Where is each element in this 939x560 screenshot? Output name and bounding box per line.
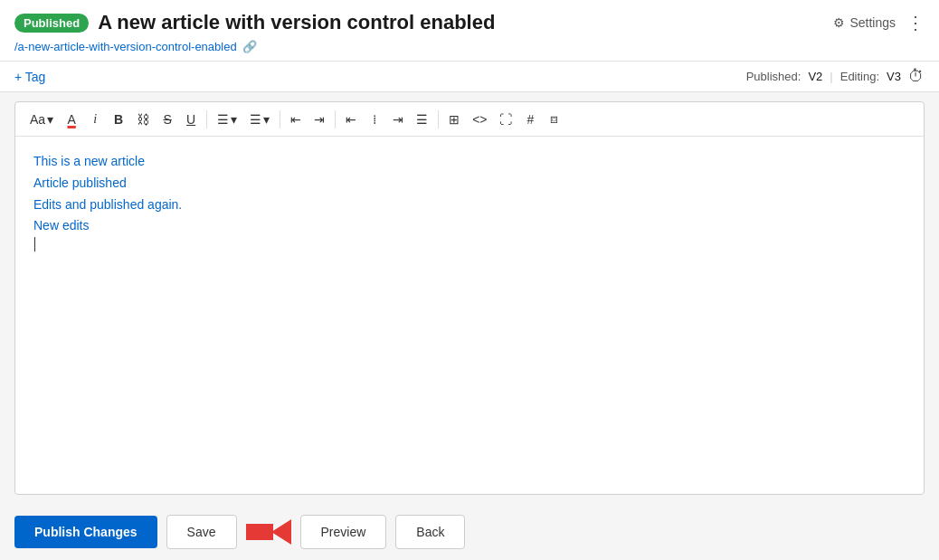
published-version: V2 — [808, 70, 822, 83]
header-left: Published A new article with version con… — [14, 11, 495, 34]
align-right-button[interactable]: ⇥ — [387, 109, 409, 130]
editor-line: New edits — [33, 215, 906, 237]
editing-label: Editing: — [840, 70, 879, 83]
italic-button[interactable]: i — [84, 109, 106, 130]
page-header: Published A new article with version con… — [0, 0, 939, 62]
back-button[interactable]: Back — [395, 515, 465, 549]
settings-button[interactable]: ⚙ Settings — [833, 15, 896, 30]
text-color-button[interactable]: A — [61, 109, 82, 130]
align-center-button[interactable]: ⁞ — [364, 109, 385, 130]
underline-button[interactable]: U — [180, 109, 202, 130]
version-divider: | — [830, 70, 832, 83]
ordered-list-button[interactable]: ☰▾ — [244, 109, 275, 130]
gear-icon: ⚙ — [833, 15, 845, 30]
link-button[interactable]: ⛓ — [131, 109, 155, 130]
settings-label: Settings — [849, 15, 896, 30]
published-version-label: Published: — [746, 70, 801, 83]
bullet-list-button[interactable]: ☰▾ — [212, 109, 242, 130]
arrow-head — [271, 519, 291, 545]
indent-right-button[interactable]: ⇥ — [308, 109, 330, 130]
italic-icon: i — [93, 112, 97, 127]
arrow-rect — [246, 524, 273, 540]
table-button[interactable]: ⊞ — [443, 109, 465, 130]
justify-button[interactable]: ☰ — [411, 109, 433, 130]
toolbar-separator-4 — [438, 110, 439, 128]
editing-version: V3 — [887, 70, 901, 83]
header-right: ⚙ Settings ⋮ — [833, 14, 925, 32]
underline-icon: U — [186, 112, 195, 127]
toolbar-separator-2 — [280, 110, 280, 128]
toolbar-separator-1 — [206, 110, 207, 128]
table-icon: ⊞ — [449, 112, 460, 127]
editor-toolbar: Aa▾ A i B ⛓ S U ☰▾ ☰▾ ⇤ ⇥ ⇤ ⁞ ⇥ ☰ ⊞ <> ⛶… — [15, 102, 924, 137]
article-title: A new article with version control enabl… — [98, 11, 495, 34]
strikethrough-icon: S — [163, 112, 171, 127]
font-size-button[interactable]: Aa▾ — [24, 109, 59, 130]
bold-button[interactable]: B — [108, 109, 129, 130]
cursor-line — [33, 237, 906, 259]
save-button[interactable]: Save — [166, 515, 237, 549]
align-center-icon: ⁞ — [373, 112, 376, 127]
code-icon: <> — [472, 112, 487, 127]
strikethrough-button[interactable]: S — [156, 109, 178, 130]
kebab-menu-button[interactable]: ⋮ — [906, 14, 925, 32]
align-left-button[interactable]: ⇤ — [340, 109, 362, 130]
publish-changes-button[interactable]: Publish Changes — [14, 516, 157, 548]
version-info: Published: V2 | Editing: V3 ⏱ — [746, 67, 925, 86]
code-button[interactable]: <> — [467, 109, 492, 130]
version-history-button[interactable]: ⏱ — [908, 67, 925, 86]
editor-area: Aa▾ A i B ⛓ S U ☰▾ ☰▾ ⇤ ⇥ ⇤ ⁞ ⇥ ☰ ⊞ <> ⛶… — [0, 92, 939, 504]
link-icon: ⛓ — [137, 112, 149, 127]
breadcrumb-row: /a-new-article-with-version-control-enab… — [14, 40, 925, 53]
text-color-icon: A — [67, 112, 75, 127]
preview-button[interactable]: Preview — [300, 515, 387, 549]
font-size-icon: Aa — [30, 112, 45, 127]
fullscreen-icon: ⧈ — [550, 111, 558, 127]
align-left-icon: ⇤ — [346, 112, 356, 127]
header-top-row: Published A new article with version con… — [14, 11, 925, 34]
ordered-list-icon: ☰ — [250, 112, 261, 127]
external-link-icon: 🔗 — [242, 40, 257, 53]
add-tag-button[interactable]: + Tag — [14, 70, 45, 84]
hashtag-button[interactable]: # — [519, 109, 541, 130]
editor-line: This is a new article — [33, 151, 906, 173]
editor-content[interactable]: This is a new articleArticle publishedEd… — [15, 137, 924, 494]
breadcrumb[interactable]: /a-new-article-with-version-control-enab… — [14, 40, 237, 53]
image-icon: ⛶ — [499, 112, 512, 127]
published-badge: Published — [14, 14, 89, 33]
footer: Publish Changes Save Preview Back — [0, 504, 939, 560]
bold-icon: B — [114, 112, 123, 127]
indent-left-button[interactable]: ⇤ — [285, 109, 307, 130]
hashtag-icon: # — [527, 112, 535, 127]
arrow-indicator — [246, 519, 291, 545]
history-icon: ⏱ — [908, 67, 925, 85]
indent-right-icon: ⇥ — [314, 112, 325, 127]
editor-container: Aa▾ A i B ⛓ S U ☰▾ ☰▾ ⇤ ⇥ ⇤ ⁞ ⇥ ☰ ⊞ <> ⛶… — [14, 101, 925, 495]
editor-line: Edits and published again. — [33, 195, 906, 216]
toolbar-separator-3 — [335, 110, 336, 128]
justify-icon: ☰ — [416, 112, 428, 127]
fullscreen-button[interactable]: ⧈ — [543, 108, 564, 130]
image-button[interactable]: ⛶ — [494, 109, 517, 130]
indent-left-icon: ⇤ — [290, 112, 301, 127]
align-right-icon: ⇥ — [393, 112, 403, 127]
bullet-list-icon: ☰ — [217, 112, 229, 127]
tag-version-row: + Tag Published: V2 | Editing: V3 ⏱ — [0, 62, 939, 92]
text-cursor — [34, 237, 35, 252]
editor-line: Article published — [33, 173, 906, 195]
